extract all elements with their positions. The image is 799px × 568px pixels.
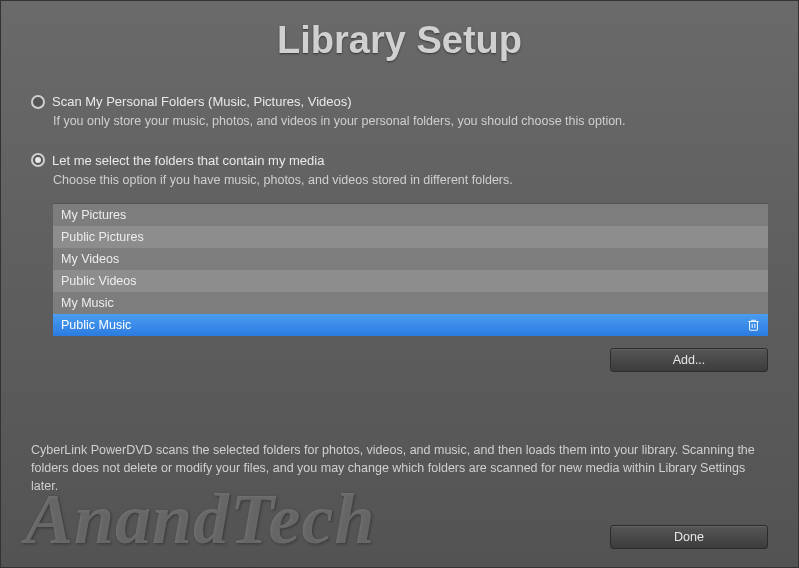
folder-row[interactable]: Public Pictures [53, 226, 768, 248]
folder-row[interactable]: My Pictures [53, 204, 768, 226]
folder-name: Public Pictures [61, 230, 144, 244]
folder-name: Public Music [61, 318, 131, 332]
done-button[interactable]: Done [610, 525, 768, 549]
folder-name: Public Videos [61, 274, 137, 288]
radio-label: Scan My Personal Folders (Music, Picture… [52, 94, 352, 109]
folder-name: My Videos [61, 252, 119, 266]
svg-rect-0 [749, 322, 757, 331]
folder-list: My PicturesPublic PicturesMy VideosPubli… [53, 203, 768, 336]
footer-description: CyberLink PowerDVD scans the selected fo… [31, 441, 768, 495]
option-personal: Scan My Personal Folders (Music, Picture… [31, 94, 768, 131]
radio-custom-folders[interactable]: Let me select the folders that contain m… [31, 153, 768, 168]
add-button[interactable]: Add... [610, 348, 768, 372]
option-custom: Let me select the folders that contain m… [31, 153, 768, 373]
radio-personal-folders[interactable]: Scan My Personal Folders (Music, Picture… [31, 94, 768, 109]
trash-icon[interactable] [746, 318, 760, 332]
option-custom-desc: Choose this option if you have music, ph… [53, 172, 768, 190]
folder-name: My Music [61, 296, 114, 310]
folder-row[interactable]: Public Videos [53, 270, 768, 292]
add-button-row: Add... [53, 348, 768, 372]
folder-row[interactable]: My Music [53, 292, 768, 314]
page-title: Library Setup [1, 1, 798, 72]
done-button-row: Done [610, 525, 768, 549]
folder-name: My Pictures [61, 208, 126, 222]
folder-row[interactable]: Public Music [53, 314, 768, 336]
option-personal-desc: If you only store your music, photos, an… [53, 113, 768, 131]
folder-row[interactable]: My Videos [53, 248, 768, 270]
radio-label: Let me select the folders that contain m… [52, 153, 324, 168]
content-area: Scan My Personal Folders (Music, Picture… [1, 94, 798, 372]
radio-icon [31, 95, 45, 109]
radio-icon [31, 153, 45, 167]
